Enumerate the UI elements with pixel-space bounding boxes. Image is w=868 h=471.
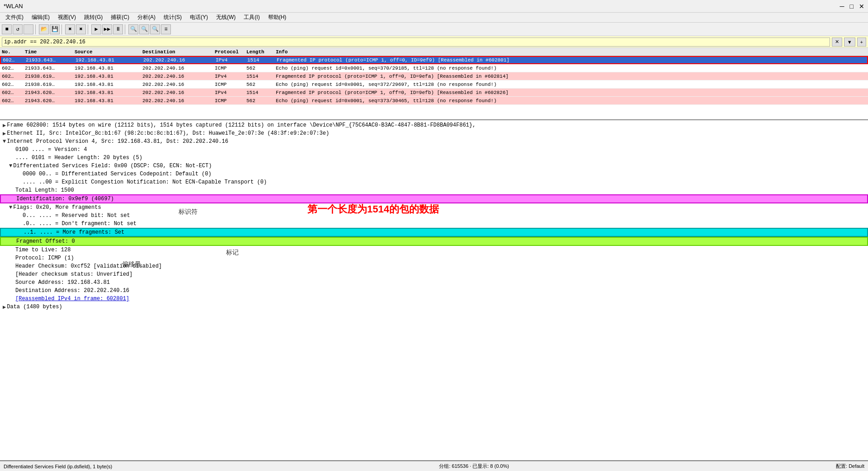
cell-dst: 202.202.240.16 [142, 74, 215, 79]
detail-line: ..1. .... = More fragments: Set [0, 228, 868, 237]
toolbar-fwd[interactable]: ✖ [76, 24, 86, 34]
cell-time: 21938.619… [25, 82, 75, 87]
expand-arrow: ▼ [9, 204, 12, 211]
detail-line[interactable]: ▼Differentiated Services Field: 0x00 (DS… [0, 162, 868, 170]
cell-info: Echo (ping) request id=0x0001, seq=372/2… [276, 82, 868, 87]
packet-list: No. Time Source Destination Protocol Len… [0, 48, 868, 120]
menu-item-G[interactable]: 跳转(G) [80, 13, 106, 22]
toolbar-sep1 [35, 24, 37, 34]
detail-line[interactable]: ▼Flags: 0x20, More fragments [0, 203, 868, 212]
detail-line: 0000 00.. = Differentiated Services Code… [0, 170, 868, 178]
menu-item-E[interactable]: 文件(E) [2, 13, 27, 22]
cell-time: 21938.619… [25, 74, 75, 79]
detail-line: 0... .... = Reserved bit: Not set [0, 212, 868, 220]
title-bar: *WLAN ─ □ ✕ [0, 0, 868, 13]
app-title: *WLAN [4, 3, 23, 9]
menu-item-I[interactable]: 工具(I) [240, 13, 263, 22]
detail-panel: ▶Frame 602800: 1514 bytes on wire (12112… [0, 120, 868, 461]
detail-line[interactable]: ▶Data (1480 bytes) [0, 303, 868, 311]
menu-item-S[interactable]: 统计(S) [160, 13, 185, 22]
close-button[interactable]: ✕ [859, 3, 864, 10]
menu-item-C[interactable]: 捕获(C) [107, 13, 133, 22]
menu-item-V[interactable]: 视图(V) [54, 13, 80, 22]
menu-item-W[interactable]: 无线(W) [212, 13, 239, 22]
cell-proto: ICMP [215, 66, 246, 71]
detail-line[interactable]: ▶Ethernet II, Src: IntelCor_8c:b1:67 (98… [0, 129, 868, 137]
toolbar-stop[interactable]: ■ [2, 24, 12, 34]
expand-arrow: ▶ [3, 130, 6, 137]
cell-len: 562 [246, 82, 276, 87]
filter-arrow-button[interactable]: ▼ [844, 38, 855, 47]
cell-src: 192.168.43.81 [75, 57, 143, 63]
toolbar-btn9[interactable]: ▶▶ [102, 24, 112, 34]
cell-dst: 202.202.240.16 [142, 98, 215, 104]
menu-item-E[interactable]: 编辑(E) [28, 13, 53, 22]
cell-dst: 202.202.240.16 [142, 66, 215, 71]
menu-item-A[interactable]: 分析(A) [134, 13, 159, 22]
toolbar-btn14[interactable]: ≡ [161, 24, 171, 34]
cell-src: 192.168.43.81 [75, 98, 142, 104]
toolbar: ■ ↺ 📂 💾 ✖ ✖ ▶ ▶▶ ⏸ 🔍 🔍 🔍 ≡ [0, 23, 868, 36]
detail-line: [Header checksum status: Unverified] [0, 270, 868, 278]
detail-line[interactable]: ▼Internet Protocol Version 4, Src: 192.1… [0, 137, 868, 146]
menu-item-H[interactable]: 帮助(H) [264, 13, 290, 22]
packet-row[interactable]: 602… 21933.643… 192.168.43.81 202.202.24… [0, 64, 868, 72]
detail-line: Total Length: 1500 [0, 186, 868, 194]
maximize-button[interactable]: □ [850, 3, 854, 10]
detail-line: Header Checksum: 0xcf52 [validation disa… [0, 262, 868, 270]
expand-arrow: ▶ [3, 122, 6, 129]
filter-input[interactable] [2, 38, 830, 47]
packet-row[interactable]: 602… 21938.619… 192.168.43.81 202.202.24… [0, 80, 868, 89]
menu-item-Y[interactable]: 电话(Y) [186, 13, 212, 22]
filter-apply-button[interactable]: + [857, 38, 866, 47]
cell-len: 562 [246, 98, 276, 104]
detail-line: 0100 .... = Version: 4 [0, 146, 868, 154]
toolbar-btn8[interactable]: ▶ [91, 24, 101, 34]
cell-info: Fragmented IP protocol (proto=ICMP 1, of… [276, 90, 868, 95]
col-header-length: Length [246, 49, 276, 55]
toolbar-btn10[interactable]: ⏸ [113, 24, 123, 34]
col-header-protocol: Protocol [215, 49, 246, 55]
cell-src: 192.168.43.81 [75, 82, 142, 87]
packet-row[interactable]: 602… 21938.619… 192.168.43.81 202.202.24… [0, 72, 868, 80]
menu-bar: 文件(E)编辑(E)视图(V)跳转(G)捕获(C)分析(A)统计(S)电话(Y)… [0, 13, 868, 23]
detail-line: Time to Live: 128 [0, 246, 868, 254]
expand-arrow: ▼ [9, 163, 12, 169]
detail-line: [Reassembled IPv4 in frame: 602801] [0, 295, 868, 303]
cell-proto: IPv4 [215, 74, 246, 79]
toolbar-zoom-in[interactable]: 🔍 [128, 24, 138, 34]
toolbar-btn3[interactable] [24, 24, 33, 34]
cell-time: 21943.620… [25, 98, 75, 104]
col-header-source: Source [75, 49, 142, 55]
cell-src: 192.168.43.81 [75, 90, 142, 95]
toolbar-sep4 [125, 24, 127, 34]
status-middle: 分组: 615536 · 已显示: 8 (0.0%) [439, 463, 509, 470]
cell-info: Fragmented IP protocol (proto=ICMP 1, of… [276, 74, 868, 79]
minimize-button[interactable]: ─ [840, 3, 844, 10]
cell-info: Echo (ping) request id=0x0001, seq=373/3… [276, 98, 868, 104]
cell-len: 1514 [246, 74, 276, 79]
cell-info: Fragmented IP protocol (proto=ICMP 1, of… [277, 57, 867, 63]
detail-line: .... ..00 = Explicit Congestion Notifica… [0, 178, 868, 186]
toolbar-save[interactable]: 💾 [50, 24, 60, 34]
packet-row[interactable]: 602… 21943.620… 192.168.43.81 202.202.24… [0, 97, 868, 105]
packet-list-header: No. Time Source Destination Protocol Len… [0, 48, 868, 56]
detail-line: Protocol: ICMP (1) [0, 254, 868, 262]
detail-line: Destination Address: 202.202.240.16 [0, 287, 868, 295]
cell-len: 562 [246, 66, 276, 71]
status-left: Differentiated Services Field (ip.dsfiel… [4, 464, 112, 469]
filter-clear-button[interactable]: ✕ [832, 38, 842, 47]
detail-line[interactable]: ▶Frame 602800: 1514 bytes on wire (12112… [0, 121, 868, 129]
toolbar-zoom-normal[interactable]: 🔍 [150, 24, 160, 34]
toolbar-restart[interactable]: ↺ [13, 24, 23, 34]
toolbar-zoom-out[interactable]: 🔍 [139, 24, 149, 34]
cell-info: Echo (ping) request id=0x0001, seq=370/2… [276, 66, 868, 71]
cell-proto: IPv4 [215, 90, 246, 95]
packet-row[interactable]: 602… 21933.643… 192.168.43.81 202.202.24… [0, 56, 868, 64]
toolbar-back[interactable]: ✖ [65, 24, 75, 34]
toolbar-open[interactable]: 📂 [39, 24, 49, 34]
detail-line: Fragment Offset: 0 [0, 237, 868, 246]
expand-arrow: ▶ [3, 304, 6, 311]
cell-src: 192.168.43.81 [75, 66, 142, 71]
packet-row[interactable]: 602… 21943.620… 192.168.43.81 202.202.24… [0, 89, 868, 97]
